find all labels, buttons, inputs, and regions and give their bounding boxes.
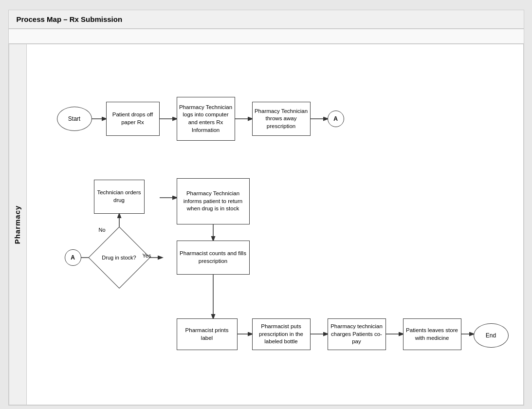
content-area: Pharmacy	[9, 44, 524, 405]
connector-a1-label: A	[333, 115, 338, 122]
end-oval: End	[474, 323, 509, 348]
step3-box: Pharmacy Technician throws away prescrip…	[252, 102, 311, 136]
yes-label: Yes	[143, 253, 151, 259]
end-label: End	[486, 332, 496, 339]
step1-box: Patient drops off paper Rx	[106, 102, 160, 136]
connector-a2: A	[65, 249, 81, 266]
step7-label: Pharmacist prints label	[179, 327, 235, 342]
step4-label: Technician orders drug	[96, 189, 142, 204]
start-label: Start	[68, 115, 80, 122]
diamond-shape: Drug in stock?	[97, 236, 141, 279]
step2-box: Pharmacy Technician logs into computer a…	[177, 97, 235, 141]
step2-label: Pharmacy Technician logs into computer a…	[179, 104, 233, 134]
connector-a2-label: A	[71, 254, 75, 261]
subtitle-bar	[9, 29, 524, 44]
process-map-container: Process Map – Rx Submission Pharmacy	[8, 10, 524, 406]
connector-a1: A	[328, 111, 344, 127]
step6-box: Pharmacist counts and fills prescription	[177, 241, 250, 275]
step9-label: Pharmacy technician charges Patients co-…	[330, 323, 384, 346]
step4-box: Technician orders drug	[94, 180, 145, 214]
side-label: Pharmacy	[9, 44, 27, 405]
step5-box: Pharmacy Technician informs patient to r…	[177, 178, 250, 224]
step1-label: Patient drops off paper Rx	[109, 111, 157, 126]
start-oval: Start	[57, 107, 92, 131]
step3-label: Pharmacy Technician throws away prescrip…	[255, 108, 308, 130]
title-bar: Process Map – Rx Submission	[9, 10, 524, 29]
step8-label: Pharmacist puts prescription in the labe…	[255, 323, 308, 346]
step5-label: Pharmacy Technician informs patient to r…	[179, 190, 247, 213]
step10-label: Patients leaves store with medicine	[405, 327, 459, 342]
no-label: No	[99, 227, 106, 233]
step8-box: Pharmacist puts prescription in the labe…	[252, 318, 311, 350]
step6-label: Pharmacist counts and fills prescription	[179, 250, 247, 265]
step9-box: Pharmacy technician charges Patients co-…	[328, 318, 386, 350]
diagram-area: Start Patient drops off paper Rx Pharmac…	[27, 44, 523, 405]
diamond-label: Drug in stock?	[97, 236, 141, 279]
step10-box: Patients leaves store with medicine	[403, 318, 461, 350]
step7-box: Pharmacist prints label	[177, 318, 238, 350]
title: Process Map – Rx Submission	[17, 15, 123, 23]
side-label-text: Pharmacy	[14, 205, 22, 244]
arrows-svg	[27, 44, 523, 405]
